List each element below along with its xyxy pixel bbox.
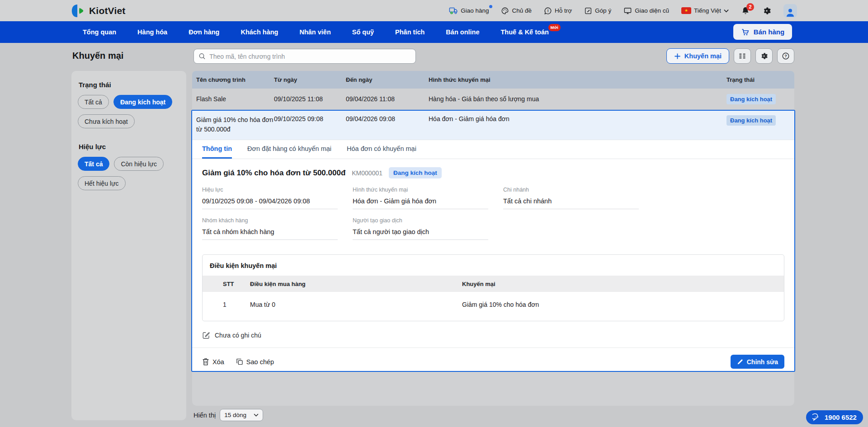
promotion-list: Tên chương trình Từ ngày Đến ngày Hình t… xyxy=(192,71,794,406)
kiotviet-logo[interactable]: KiotViet xyxy=(70,4,126,18)
edit-label: Chỉnh sửa xyxy=(747,358,778,366)
table-row-selected[interactable]: Giảm giá 10% cho hóa đơn từ 500.000đ 09/… xyxy=(192,111,794,140)
display-label: Hiển thị xyxy=(193,412,216,419)
field-value: Tất cả người tạo giao dịch xyxy=(353,228,488,240)
row-type: Hóa đơn - Giảm giá hóa đơn xyxy=(429,115,726,134)
copy-label: Sao chép xyxy=(246,358,274,366)
tab-thong-tin[interactable]: Thông tin xyxy=(202,140,232,159)
pencil-icon xyxy=(737,359,743,365)
tab-don-dat-hang[interactable]: Đơn đặt hàng có khuyến mại xyxy=(247,140,331,159)
support-menu-item[interactable]: ! Hỗ trợ xyxy=(544,7,572,15)
nav-item-thue-ke-toan[interactable]: Thuế & Kế toán Mới xyxy=(500,28,548,36)
kiotviet-app: KiotViet Giao hàng Chủ đề xyxy=(0,0,868,427)
col-header-type: Hình thức khuyến mại xyxy=(429,76,726,83)
old-ui-menu-item[interactable]: Giao diện cũ xyxy=(623,7,669,15)
nav-item-don-hang[interactable]: Đơn hàng xyxy=(189,28,219,36)
theme-label: Chủ đề xyxy=(512,7,532,14)
nav-item-ban-online[interactable]: Bán online xyxy=(446,28,479,36)
field-label: Người tạo giao dịch xyxy=(353,217,503,224)
language-selector[interactable]: ★ Tiếng Việt xyxy=(681,7,729,14)
nav-item-hang-hoa[interactable]: Hàng hóa xyxy=(137,28,167,36)
status-badge: Đang kích hoạt xyxy=(726,115,776,126)
table-settings-button[interactable] xyxy=(755,48,773,64)
page-size-select[interactable]: 15 dòng xyxy=(220,409,263,421)
sell-button[interactable]: Bán hàng xyxy=(733,24,792,40)
table-header: Tên chương trình Từ ngày Đến ngày Hình t… xyxy=(192,71,794,89)
list-view-button[interactable] xyxy=(734,48,751,64)
brand-name: KiotViet xyxy=(89,5,126,16)
delivery-menu-item[interactable]: Giao hàng xyxy=(449,7,489,15)
promotion-detail-panel: Giảm giá 10% cho hóa đơn từ 500.000đ 09/… xyxy=(191,110,795,372)
user-avatar[interactable] xyxy=(783,4,797,18)
tab-hoa-don[interactable]: Hóa đơn có khuyến mại xyxy=(347,140,416,159)
settings-button[interactable] xyxy=(762,6,771,15)
vietnam-flag-icon: ★ xyxy=(681,7,691,14)
delete-button[interactable]: Xóa xyxy=(202,358,224,366)
row-to: 09/04/2026 11:08 xyxy=(346,95,429,103)
nav-item-tong-quan[interactable]: Tổng quan xyxy=(83,28,116,36)
row-status: Đang kích hoạt xyxy=(726,94,794,104)
page-size-row: Hiển thị 15 dòng xyxy=(193,409,263,421)
search-icon xyxy=(198,52,206,60)
status-pill-all[interactable]: Tất cả xyxy=(78,95,109,109)
feedback-menu-item[interactable]: Góp ý xyxy=(584,7,611,15)
old-ui-label: Giao diện cũ xyxy=(635,7,669,14)
condition-text: Mua từ 0 xyxy=(250,301,462,308)
note-row[interactable]: Chưa có ghi chú xyxy=(192,321,794,347)
nav-item-nhan-vien[interactable]: Nhân viên xyxy=(299,28,330,36)
delete-label: Xóa xyxy=(212,358,224,366)
promotion-code: KM000001 xyxy=(352,169,382,177)
field-value: 09/10/2025 09:08 - 09/04/2026 09:08 xyxy=(202,197,338,209)
notification-count-badge: 2 xyxy=(746,3,754,11)
row-type: Hàng hóa - Giá bán theo số lượng mua xyxy=(429,95,726,103)
col-header-to: Đến ngày xyxy=(346,76,429,83)
gear-icon xyxy=(762,6,771,15)
field-value: Hóa đơn - Giảm giá hóa đơn xyxy=(353,197,488,209)
col-header-from: Từ ngày xyxy=(274,76,346,83)
condition-stt: 1 xyxy=(203,301,250,308)
status-pill-inactive[interactable]: Chưa kích hoạt xyxy=(78,114,135,128)
chevron-down-icon xyxy=(254,413,259,417)
language-label: Tiếng Việt xyxy=(694,7,721,14)
filter-group-validity-title: Hiệu lực xyxy=(79,143,180,150)
conditions-header: STT Điều kiện mua hàng Khuyến mại xyxy=(203,276,784,292)
delivery-label: Giao hàng xyxy=(461,7,489,14)
field-label: Chi nhánh xyxy=(503,187,654,193)
topbar: KiotViet Giao hàng Chủ đề xyxy=(0,0,868,21)
condition-row: 1 Mua từ 0 Giảm giá 10% cho hóa đơn xyxy=(203,292,784,311)
table-row[interactable]: Flash Sale 09/10/2025 11:08 09/04/2026 1… xyxy=(192,89,794,109)
detail-tabs: Thông tin Đơn đặt hàng có khuyến mại Hóa… xyxy=(192,140,794,159)
validity-pill-expired[interactable]: Hết hiệu lực xyxy=(78,176,126,190)
promotion-title: Giảm giá 10% cho hóa đơn từ 500.000đ xyxy=(202,169,345,178)
col-header-status: Trạng thái xyxy=(726,76,794,83)
row-to: 09/04/2026 09:08 xyxy=(346,115,429,134)
field-value: Tất cả chi nhánh xyxy=(503,197,639,209)
add-promotion-button[interactable]: Khuyến mại xyxy=(666,48,729,64)
person-icon xyxy=(785,7,796,18)
copy-button[interactable]: Sao chép xyxy=(236,358,274,366)
row-name: Flash Sale xyxy=(192,95,274,103)
theme-menu-item[interactable]: Chủ đề xyxy=(501,7,532,15)
palette-icon xyxy=(501,7,509,15)
validity-pill-valid[interactable]: Còn hiệu lực xyxy=(114,157,163,171)
row-from: 09/10/2025 09:08 xyxy=(274,115,346,134)
nav-item-phan-tich[interactable]: Phân tích xyxy=(395,28,425,36)
help-button[interactable]: ? xyxy=(777,48,794,64)
hotline-number: 1900 6522 xyxy=(825,413,857,421)
row-status: Đang kích hoạt xyxy=(726,115,794,134)
field-hieu-luc: Hiệu lực 09/10/2025 09:08 - 09/04/2026 0… xyxy=(202,187,353,209)
hotline-chat-button[interactable]: 1900 6522 xyxy=(806,410,863,424)
edit-button[interactable]: Chỉnh sửa xyxy=(731,355,784,369)
cond-col-condition: Điều kiện mua hàng xyxy=(250,281,462,287)
nav-item-khach-hang[interactable]: Khách hàng xyxy=(241,28,278,36)
field-nguoi-tao: Người tạo giao dịch Tất cả người tạo gia… xyxy=(353,217,503,240)
status-pill-active[interactable]: Đang kích hoạt xyxy=(113,95,172,109)
search-input[interactable] xyxy=(209,53,411,60)
add-promotion-label: Khuyến mại xyxy=(684,52,722,60)
notifications-button[interactable]: 2 xyxy=(741,6,750,15)
detail-fields: Hiệu lực 09/10/2025 09:08 - 09/04/2026 0… xyxy=(192,181,794,248)
nav-item-so-quy[interactable]: Sổ quỹ xyxy=(352,28,374,36)
validity-pill-all[interactable]: Tất cả xyxy=(78,157,109,171)
filter-group-status-title: Trạng thái xyxy=(79,81,180,89)
condition-promotion: Giảm giá 10% cho hóa đơn xyxy=(462,301,784,308)
